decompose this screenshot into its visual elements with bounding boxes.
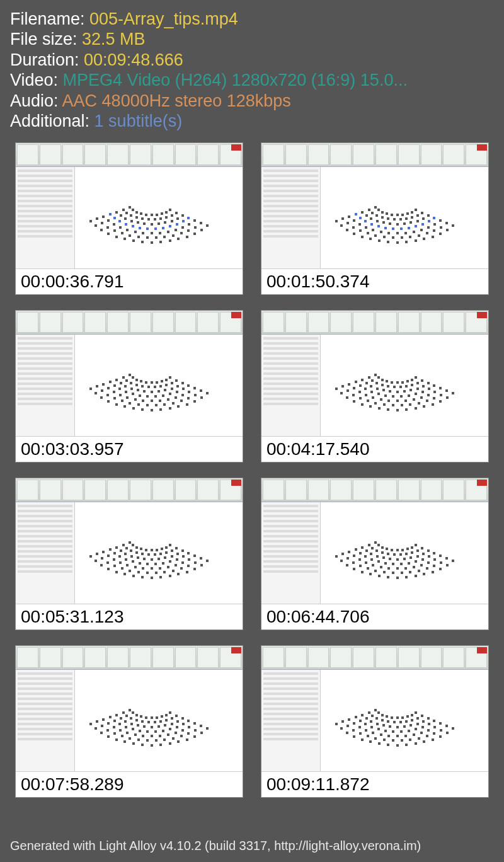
ribbon-button — [285, 647, 307, 668]
footer-text: Generated with Light Alloy v4.10.2 (buil… — [10, 839, 421, 853]
filesize-value: 32.5 MB — [82, 30, 146, 49]
thumbnail-preview — [261, 478, 488, 604]
thumbnail-grid: 00:00:36.79100:01:50.37400:03:03.95700:0… — [10, 140, 494, 800]
ribbon-button — [152, 480, 174, 500]
ribbon-button — [84, 480, 106, 500]
drawing-canvas — [321, 167, 488, 268]
app-ribbon — [261, 646, 488, 670]
filesize-line: File size: 32.5 MB — [10, 29, 494, 49]
ribbon-button — [84, 144, 106, 165]
thumbnail-cell: 00:06:44.706 — [261, 478, 489, 630]
app-body — [261, 335, 488, 436]
app-body — [16, 502, 243, 604]
app-ribbon — [261, 478, 488, 502]
file-info-section: Filename: 005-Array_tips.mp4 File size: … — [10, 9, 494, 131]
ribbon-button — [84, 312, 106, 333]
ribbon-button — [40, 312, 61, 333]
close-icon — [477, 144, 487, 151]
side-panel — [16, 502, 75, 604]
drawing-canvas — [75, 502, 243, 604]
close-icon — [231, 480, 241, 486]
ribbon-button — [353, 647, 374, 668]
close-icon — [231, 312, 241, 318]
thumbnail-timestamp: 00:07:58.289 — [16, 772, 243, 797]
side-panel — [261, 670, 321, 771]
ribbon-button — [375, 312, 397, 333]
drawing-canvas — [75, 167, 243, 268]
close-icon — [231, 144, 241, 151]
ribbon-button — [197, 647, 219, 668]
ribbon-button — [375, 480, 397, 500]
additional-value: 1 subtitle(s) — [94, 112, 183, 130]
ribbon-button — [398, 647, 420, 668]
ribbon-button — [130, 312, 151, 333]
audio-label: Audio: — [10, 91, 62, 110]
ribbon-button — [62, 144, 84, 165]
app-ribbon — [16, 646, 243, 670]
side-panel — [16, 670, 75, 771]
ribbon-button — [175, 647, 197, 668]
thumbnail-preview — [261, 311, 488, 437]
ribbon-button — [62, 480, 84, 500]
thumbnail-preview — [261, 143, 488, 269]
drawing-canvas — [321, 502, 488, 604]
ribbon-button — [62, 647, 84, 668]
ribbon-button — [40, 480, 61, 500]
ribbon-button — [285, 480, 307, 500]
filesize-label: File size: — [10, 30, 82, 49]
app-ribbon — [16, 143, 243, 167]
thumbnail-preview — [16, 311, 243, 437]
ribbon-button — [152, 647, 174, 668]
ribbon-button — [175, 312, 197, 333]
ribbon-button — [40, 144, 61, 165]
thumbnail-cell: 00:00:36.791 — [15, 142, 243, 295]
ribbon-button — [421, 144, 442, 165]
ribbon-button — [107, 144, 129, 165]
ribbon-button — [398, 144, 420, 165]
app-ribbon — [261, 143, 488, 167]
ribbon-button — [17, 647, 38, 668]
thumbnail-cell: 00:05:31.123 — [15, 478, 243, 630]
ribbon-button — [263, 144, 284, 165]
ribbon-button — [353, 312, 374, 333]
thumbnail-cell: 00:07:58.289 — [15, 645, 243, 798]
ribbon-button — [398, 312, 420, 333]
ribbon-button — [197, 312, 219, 333]
thumbnail-preview — [16, 143, 243, 269]
thumbnail-timestamp: 00:09:11.872 — [261, 772, 488, 797]
thumbnail-cell: 00:03:03.957 — [15, 310, 243, 463]
close-icon — [231, 647, 241, 653]
close-icon — [477, 480, 487, 486]
ribbon-button — [443, 647, 464, 668]
app-body — [16, 167, 243, 268]
thumbnail-timestamp: 00:01:50.374 — [261, 269, 488, 294]
thumbnail-preview — [16, 478, 243, 604]
duration-value: 00:09:48.666 — [84, 50, 183, 69]
thumbnail-cell: 00:01:50.374 — [261, 142, 489, 295]
ribbon-button — [398, 480, 420, 500]
thumbnail-timestamp: 00:04:17.540 — [261, 437, 488, 462]
filename-label: Filename: — [10, 9, 89, 28]
duration-label: Duration: — [10, 50, 84, 69]
ribbon-button — [130, 144, 151, 165]
app-ribbon — [16, 478, 243, 502]
thumbnail-preview — [261, 646, 488, 772]
filename-line: Filename: 005-Array_tips.mp4 — [10, 9, 494, 29]
app-body — [261, 670, 488, 771]
app-body — [16, 670, 243, 771]
drawing-canvas — [75, 670, 243, 771]
ribbon-button — [107, 480, 129, 500]
close-icon — [477, 647, 487, 653]
ribbon-button — [285, 144, 307, 165]
duration-line: Duration: 00:09:48.666 — [10, 50, 494, 70]
ribbon-button — [263, 312, 284, 333]
ribbon-button — [330, 480, 352, 500]
ribbon-button — [353, 144, 374, 165]
ribbon-button — [152, 144, 174, 165]
ribbon-button — [152, 312, 174, 333]
thumbnail-cell: 00:04:17.540 — [261, 310, 489, 463]
ribbon-button — [308, 144, 329, 165]
close-icon — [477, 312, 487, 318]
ribbon-button — [17, 480, 38, 500]
ribbon-button — [330, 144, 352, 165]
